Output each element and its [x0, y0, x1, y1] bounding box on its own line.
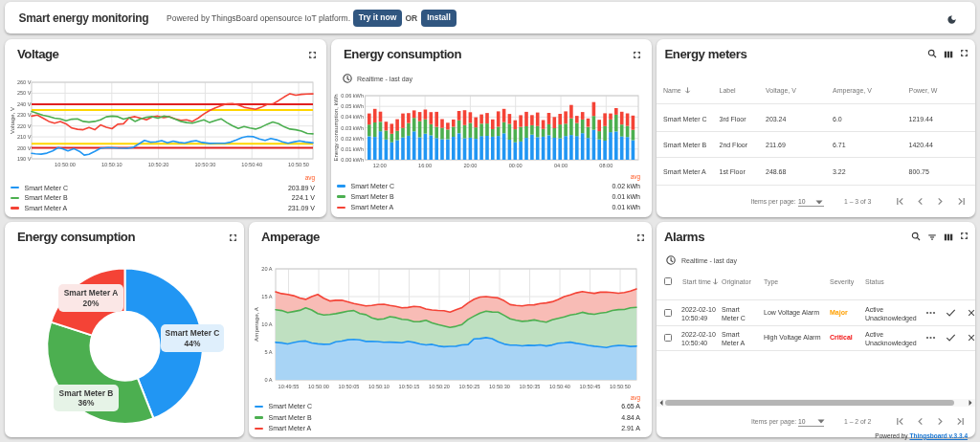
svg-text:10:50:50: 10:50:50 — [288, 162, 309, 167]
svg-text:10:50:10: 10:50:10 — [368, 384, 390, 389]
svg-text:10:50:35: 10:50:35 — [520, 384, 541, 389]
svg-text:10:50:30: 10:50:30 — [195, 162, 216, 167]
svg-text:230 V: 230 V — [17, 112, 32, 118]
svg-text:20:00: 20:00 — [463, 163, 477, 168]
svg-text:10:50:45: 10:50:45 — [580, 384, 601, 389]
svg-text:240 V: 240 V — [17, 101, 32, 107]
svg-text:260 V: 260 V — [17, 79, 32, 85]
svg-text:0.02 kWh: 0.02 kWh — [341, 136, 364, 142]
svg-text:0.04 kWh: 0.04 kWh — [341, 114, 364, 120]
svg-text:10:50:10: 10:50:10 — [101, 162, 122, 167]
svg-text:12:00: 12:00 — [373, 163, 387, 168]
svg-text:10:50:30: 10:50:30 — [489, 384, 510, 389]
svg-text:Energy consumption, kWh: Energy consumption, kWh — [333, 94, 339, 161]
svg-text:15 A: 15 A — [261, 294, 272, 299]
svg-text:08:00: 08:00 — [599, 163, 612, 168]
svg-text:16:00: 16:00 — [418, 163, 432, 168]
svg-text:10:50:05: 10:50:05 — [339, 384, 360, 389]
svg-text:250 V: 250 V — [17, 90, 32, 96]
svg-text:190 V: 190 V — [17, 156, 32, 162]
svg-text:200 V: 200 V — [17, 145, 32, 151]
svg-text:10:50:15: 10:50:15 — [399, 384, 420, 389]
svg-text:10:50:00: 10:50:00 — [308, 384, 329, 389]
svg-text:0.06 kWh: 0.06 kWh — [341, 93, 364, 99]
svg-text:0 A: 0 A — [264, 377, 272, 383]
svg-text:Voltage, V: Voltage, V — [9, 106, 15, 134]
svg-text:10:50:00: 10:50:00 — [55, 162, 76, 167]
svg-text:10:49:55: 10:49:55 — [278, 384, 300, 389]
svg-text:0.03 kWh: 0.03 kWh — [341, 125, 364, 131]
svg-text:10:50:40: 10:50:40 — [549, 384, 570, 389]
svg-text:10:50:20: 10:50:20 — [148, 162, 169, 167]
svg-text:00:00: 00:00 — [509, 163, 523, 168]
svg-text:10:50:50: 10:50:50 — [610, 384, 631, 389]
svg-text:10:50:20: 10:50:20 — [429, 384, 450, 389]
svg-text:04:00: 04:00 — [554, 163, 568, 168]
svg-text:0.00 kWh: 0.00 kWh — [341, 157, 364, 163]
svg-text:210 V: 210 V — [17, 134, 32, 140]
svg-text:10:50:25: 10:50:25 — [459, 384, 480, 389]
svg-text:10:50:40: 10:50:40 — [241, 162, 262, 167]
svg-text:0.05 kWh: 0.05 kWh — [341, 103, 364, 109]
svg-text:0.01 kWh: 0.01 kWh — [341, 146, 364, 152]
svg-text:5 A: 5 A — [264, 349, 272, 355]
svg-text:220 V: 220 V — [17, 123, 32, 129]
svg-text:10 A: 10 A — [261, 321, 272, 327]
svg-text:Amperage, A: Amperage, A — [253, 306, 259, 342]
svg-text:20 A: 20 A — [261, 266, 272, 272]
